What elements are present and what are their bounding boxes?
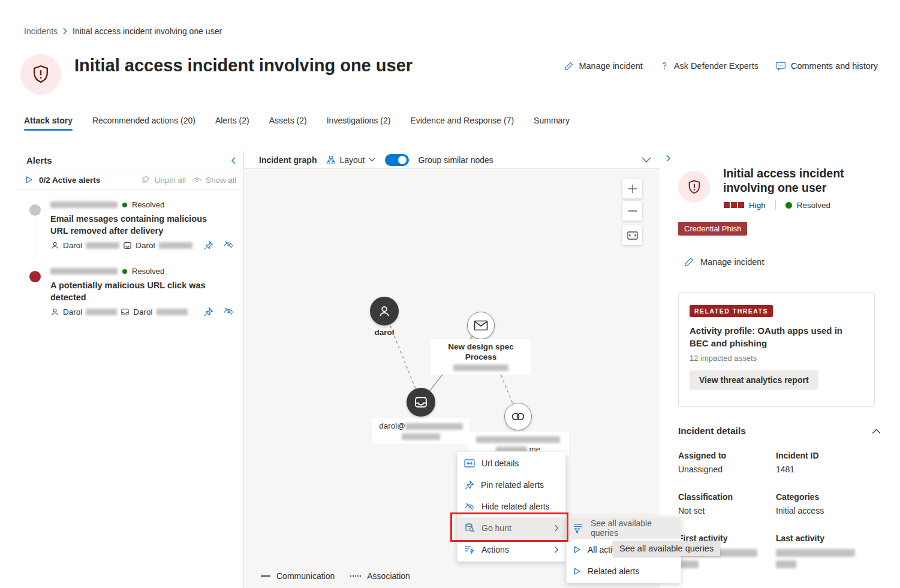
chevron-up-icon[interactable]	[872, 429, 881, 434]
threat-title: Activity profile: OAuth apps used in BEC…	[690, 324, 863, 349]
field-value: Unassigned	[678, 465, 776, 474]
show-all-button[interactable]: Show all	[192, 176, 236, 185]
field-assigned-to: Assigned to Unassigned	[678, 451, 776, 474]
play-alerts-icon[interactable]	[25, 176, 33, 184]
active-alerts-count: 0/2 Active alerts	[39, 176, 100, 185]
submenu-item-see-all-queries[interactable]: See all available queries	[567, 517, 681, 539]
field-value: Initial access	[776, 506, 878, 515]
hide-alert-icon	[464, 502, 475, 511]
field-label: Last activity	[776, 533, 878, 543]
play-icon	[573, 567, 581, 575]
manage-incident-button-panel[interactable]: Manage incident	[684, 257, 764, 267]
unpin-all-label: Unpin all	[154, 176, 186, 185]
graph-legend: Communication Association	[261, 571, 410, 581]
layout-label: Layout	[339, 155, 365, 165]
field-last-activity: Last activity	[776, 533, 878, 568]
collapse-panel-icon[interactable]	[230, 156, 236, 165]
credential-phish-tag[interactable]: Credential Phish	[678, 222, 747, 236]
graph-node-user[interactable]	[370, 297, 399, 325]
group-similar-nodes-toggle[interactable]	[385, 154, 409, 166]
unpin-all-button[interactable]: Unpin all	[141, 175, 186, 185]
alert-title[interactable]: A potentially malicious URL click was de…	[50, 279, 207, 303]
view-threat-analytics-button[interactable]: View threat analytics report	[690, 370, 818, 390]
tab-summary[interactable]: Summary	[534, 116, 570, 131]
impacted-assets-count: 12 impacted assets	[690, 354, 863, 363]
alert-mailbox-name[interactable]: Darol	[133, 307, 152, 316]
comment-icon	[775, 61, 786, 71]
mailbox-prefix: darol@	[379, 421, 405, 430]
menu-item-url-details[interactable]: Url details	[457, 453, 565, 474]
tab-evidence-response[interactable]: Evidence and Response (7)	[410, 116, 514, 131]
related-threats-badge: RELATED THREATS	[690, 305, 773, 317]
defender-incident-page: Incidents Initial access incident involv…	[0, 0, 900, 588]
tab-recommended-actions[interactable]: Recommended actions (20)	[92, 116, 195, 131]
alerts-panel: Alerts 0/2 Active alerts Unpin all Show …	[18, 151, 244, 588]
breadcrumb-incidents-link[interactable]: Incidents	[24, 26, 58, 36]
alert-status-label: Resolved	[132, 267, 164, 276]
alert-status-circle	[29, 271, 41, 282]
menu-item-label: Actions	[481, 545, 547, 554]
redacted-user-surname	[86, 242, 119, 249]
submenu-item-label: See all available queries	[591, 518, 674, 538]
menu-item-pin-related-alerts[interactable]: Pin related alerts	[457, 474, 565, 496]
zoom-out-button[interactable]	[622, 201, 642, 221]
incident-shield-icon	[20, 54, 61, 95]
submenu-item-related-alerts[interactable]: Related alerts	[567, 560, 681, 582]
alert-title[interactable]: Email messages containing malicious URL …	[50, 213, 207, 237]
submenu-tooltip: See all available queries	[613, 541, 720, 556]
pencil-icon	[564, 61, 574, 71]
question-icon	[660, 61, 669, 71]
manage-incident-label: Manage incident	[579, 61, 642, 71]
menu-item-go-hunt[interactable]: Go hunt	[457, 517, 565, 539]
ask-defender-experts-button[interactable]: Ask Defender Experts	[660, 61, 758, 71]
redacted-mailbox-domain2	[402, 433, 440, 440]
chevron-right-icon	[62, 28, 68, 35]
redacted-url-part1	[476, 436, 560, 443]
redacted-mailbox-surname	[159, 242, 192, 249]
comments-history-button[interactable]: Comments and history	[775, 61, 878, 71]
legend-association: Association	[367, 571, 410, 581]
hide-alert-icon[interactable]	[223, 307, 234, 317]
queries-icon	[573, 523, 584, 533]
manage-incident-label: Manage incident	[700, 257, 764, 267]
tab-assets[interactable]: Assets (2)	[269, 116, 307, 131]
legend-communication: Communication	[276, 571, 335, 581]
collapse-right-panel-icon[interactable]	[666, 154, 672, 162]
submenu-item-label: Related alerts	[588, 566, 674, 576]
graph-node-email[interactable]	[467, 312, 495, 339]
tab-attack-story[interactable]: Attack story	[24, 116, 73, 131]
alert-user-name[interactable]: Darol	[63, 307, 82, 316]
node-context-menu: Url details Pin related alerts Hide rela…	[457, 451, 566, 562]
graph-node-user-label[interactable]: darol	[374, 327, 394, 337]
tab-bar: Attack story Recommended actions (20) Al…	[24, 116, 570, 131]
tab-alerts[interactable]: Alerts (2)	[215, 116, 249, 131]
zoom-in-button[interactable]	[622, 179, 642, 198]
layout-dropdown[interactable]: Layout	[326, 155, 375, 165]
incident-panel-title: Initial access incident involving one us…	[723, 166, 861, 195]
graph-node-mailbox-label[interactable]: darol@	[372, 418, 469, 444]
manage-incident-button[interactable]: Manage incident	[564, 61, 642, 71]
graph-collapse-chevron-icon[interactable]	[642, 157, 651, 162]
email-subject: New design spec Process	[437, 342, 525, 362]
incident-details-title: Incident details	[678, 426, 746, 436]
graph-node-email-label[interactable]: New design spec Process	[431, 339, 531, 375]
fit-to-screen-button[interactable]	[622, 225, 642, 245]
alert-mailbox-name[interactable]: Darol	[136, 241, 155, 250]
menu-item-actions[interactable]: Actions	[457, 539, 565, 560]
hide-alert-icon[interactable]	[223, 240, 234, 251]
alert-list-item[interactable]: Resolved A potentially malicious URL cli…	[18, 258, 243, 325]
pin-icon[interactable]	[203, 240, 213, 251]
graph-node-url[interactable]	[504, 403, 532, 430]
status-label: Resolved	[797, 201, 830, 210]
field-incident-id: Incident ID 1481	[776, 451, 878, 474]
alert-user-name[interactable]: Darol	[63, 241, 82, 250]
chevron-down-icon	[369, 158, 375, 162]
alert-list-item[interactable]: Resolved Email messages containing malic…	[18, 190, 243, 258]
field-label: Assigned to	[678, 451, 776, 460]
pin-icon[interactable]	[203, 307, 213, 317]
menu-item-hide-related-alerts[interactable]: Hide related alerts	[457, 496, 565, 517]
tab-investigations[interactable]: Investigations (2)	[327, 116, 391, 131]
ask-defender-experts-label: Ask Defender Experts	[674, 61, 758, 71]
graph-node-mailbox[interactable]	[407, 388, 435, 417]
menu-item-label: Pin related alerts	[481, 480, 559, 490]
